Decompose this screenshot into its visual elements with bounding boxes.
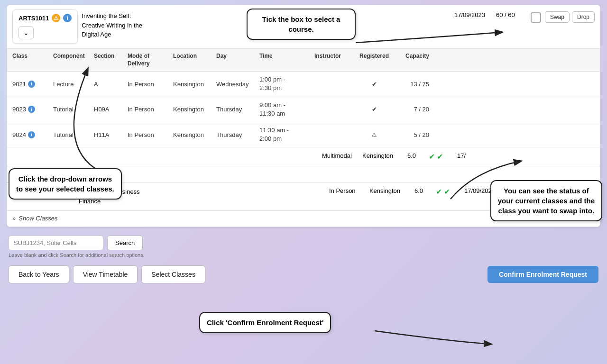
component-9023: Tutorial: [53, 106, 91, 113]
status-fins-1: ✔: [436, 187, 442, 196]
select-checkbox-arts[interactable]: [531, 12, 541, 23]
mode-9024: In Person: [128, 131, 170, 138]
show-classes-link-fins[interactable]: Show Classes: [18, 215, 57, 222]
class-row-9023: 9023 i Tutorial H09A In Person Kensingto…: [7, 97, 600, 122]
search-row: Search: [9, 236, 598, 250]
show-classes-arrow-fins: »: [12, 215, 16, 222]
main-container: ARTS1011 ⚠ i ⌄ Inventing the Self:Creati…: [0, 0, 607, 287]
col-header-time: Time: [259, 53, 312, 67]
class-row-9024: 9024 i Tutorial H11A In Person Kensingto…: [7, 122, 600, 147]
section-9021: A: [94, 81, 125, 88]
class-num-9024: 9024 i: [12, 131, 50, 138]
col-header-component: Component: [53, 53, 91, 67]
search-area: Search Leave blank and click Search for …: [7, 231, 600, 260]
time-9021: 1:00 pm -2:30 pm: [259, 75, 312, 92]
col-header-capacity: Capacity: [396, 53, 429, 67]
course-checkbox-arts: [531, 9, 541, 23]
col-header-day: Day: [216, 53, 257, 67]
day-9023: Thursday: [216, 106, 257, 113]
dropdown-btn-arts[interactable]: ⌄: [18, 26, 34, 39]
callout-confirm: Click 'Confirm Enrolment Request': [199, 312, 331, 333]
bottom-nav: Back to Years View Timetable Select Clas…: [7, 260, 600, 287]
course-delivery-fins: In Person: [329, 187, 365, 194]
location-9021: Kensington: [173, 81, 213, 88]
col-header-instructor: Instructor: [314, 53, 352, 67]
course-units-fins: 6.0: [414, 187, 431, 194]
status-green-2: ✔: [437, 152, 443, 161]
callout-dropdown: Click the drop-down arrowsto see your se…: [9, 168, 122, 200]
time-9024: 11:30 am -2:00 pm: [259, 126, 312, 143]
class-num-9023: 9023 i: [12, 106, 50, 113]
info-icon-9024: i: [28, 131, 35, 138]
info-badge-arts: i: [63, 14, 72, 22]
time-9023: 9:00 am -11:30 am: [259, 101, 312, 118]
course-location-fins: Kensington: [369, 187, 410, 194]
search-input[interactable]: [9, 236, 103, 250]
class-num-9021: 9021 i: [12, 81, 50, 88]
component-9024: Tutorial: [53, 131, 91, 138]
class-row-9021: 9021 i Lecture A In Person Kensington We…: [7, 72, 600, 97]
info-icon-9021: i: [28, 81, 35, 88]
capacity-9024: 5 / 20: [396, 131, 429, 138]
callout-tick-box: Tick the box to select a course.: [247, 9, 356, 40]
search-button[interactable]: Search: [107, 236, 143, 250]
location-9024: Kensington: [173, 131, 213, 138]
info-icon-9023: i: [28, 106, 35, 113]
back-to-years-button[interactable]: Back to Years: [9, 265, 69, 283]
col-header-mode: Mode ofDelivery: [128, 53, 170, 67]
course-code-arts: ARTS1011: [18, 15, 49, 22]
capacity-9021: 13 / 75: [396, 81, 429, 88]
day-9021: Wednesday: [216, 81, 257, 88]
course-card-arts: ARTS1011 ⚠ i ⌄: [12, 9, 78, 44]
callout-status: You can see the status ofyour current cl…: [490, 180, 602, 221]
registered-9023: ✔: [355, 106, 393, 113]
col-header-registered: Registered: [355, 53, 393, 67]
col-header-location: Location: [173, 53, 213, 67]
col-header-section: Section: [94, 53, 125, 67]
registered-9024: ⚠: [355, 131, 393, 138]
swap-btn-arts[interactable]: Swap: [545, 11, 570, 23]
capacity-9023: 7 / 20: [396, 106, 429, 113]
confirm-enrolment-button[interactable]: Confirm Enrolment Request: [487, 266, 598, 283]
drop-btn-arts[interactable]: Drop: [572, 11, 595, 23]
section-9023: H09A: [94, 106, 125, 113]
search-hint: Leave blank and click Search for additio…: [9, 252, 598, 258]
view-timetable-button[interactable]: View Timetable: [73, 265, 138, 283]
mode-9023: In Person: [128, 106, 170, 113]
section-9024: H11A: [94, 131, 125, 138]
day-9024: Thursday: [216, 131, 257, 138]
status-fins-2: ✔: [444, 187, 450, 196]
col-header-class: Class: [12, 53, 50, 67]
nav-left-buttons: Back to Years View Timetable Select Clas…: [9, 265, 205, 283]
mode-9021: In Person: [128, 81, 170, 88]
location-9023: Kensington: [173, 106, 213, 113]
second-course-row: Multimodal Kensington 6.0 ✔ ✔ 17/: [7, 147, 600, 166]
status-green-1: ✔: [429, 152, 435, 161]
warning-badge-arts: ⚠: [52, 14, 60, 22]
course-capacity-arts: 60 / 60: [496, 9, 527, 18]
select-classes-button[interactable]: Select Classes: [141, 265, 205, 283]
registered-9021: ✔: [355, 81, 393, 88]
course-date-arts: 17/09/2023: [454, 9, 492, 18]
component-9021: Lecture: [53, 81, 91, 88]
classes-header-row: Class Component Section Mode ofDelivery …: [7, 49, 600, 72]
